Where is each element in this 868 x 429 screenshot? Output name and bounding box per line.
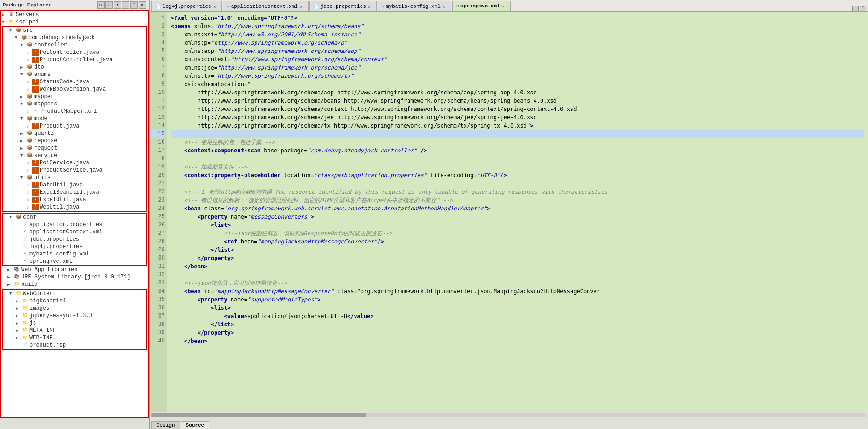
editor-maximize-btn[interactable]: □: [860, 6, 866, 11]
project-arrow: ▼: [2, 20, 7, 24]
model-arrow: ▼: [20, 116, 26, 121]
tab-app-context[interactable]: ✕ applicationContext.xml ✕: [223, 1, 309, 11]
tab-jdbc[interactable]: 📄 jdbc.properties ✕: [309, 1, 377, 11]
product-mapper-arrow: ▷: [27, 109, 32, 114]
minimize-icon[interactable]: —: [122, 1, 129, 9]
mapper-arrow: ▶: [20, 94, 26, 99]
web-inf-icon: 📁: [21, 335, 29, 341]
tree-poi-service[interactable]: ▷ J PoiService.java: [3, 159, 146, 167]
horizontal-scrollbar[interactable]: [150, 412, 868, 418]
tree-app-context-xml[interactable]: ✕ applicationContext.xml: [3, 228, 146, 236]
tree-workbook-version[interactable]: ▷ J WorkBookVersion.java: [3, 86, 146, 93]
design-tab[interactable]: Design: [151, 421, 180, 429]
log4j-tab-close[interactable]: ✕: [213, 4, 218, 9]
tree-excel-util[interactable]: ▷ J ExcelUtil.java: [3, 196, 146, 203]
tree-com-debug[interactable]: ▼ 📦 com.debug.steadyjack: [3, 34, 146, 41]
jdbc-tab-close[interactable]: ✕: [368, 4, 373, 9]
tree-images[interactable]: ▶ 📁 images: [3, 305, 146, 312]
code-line-22: <!-- 1、解决http响应406的错误 The resource ident…: [171, 188, 864, 196]
tree-dto[interactable]: ▶ 📦 dto: [3, 64, 146, 71]
code-line-6: xmlns:context="http://www.springframewor…: [171, 55, 864, 64]
tree-mapper[interactable]: ▶ 📦 mapper: [3, 93, 146, 100]
com-debug-label: com.debug.steadyjack: [29, 35, 95, 41]
tree-application-props[interactable]: 📄 application.properties: [3, 221, 146, 228]
tree-request[interactable]: ▶ 📦 request: [3, 145, 146, 152]
tree-poi-controller[interactable]: ▷ J PoiController.java: [3, 49, 146, 56]
project-label: ssm_poi: [16, 19, 39, 25]
tree-status-code[interactable]: ▷ J StatusCode.java: [3, 78, 146, 86]
highcharts4-label: highcharts4: [29, 298, 66, 304]
tree-web-inf[interactable]: ▶ 📁 WEB-INF: [3, 334, 146, 342]
design-tab-label: Design: [157, 423, 175, 428]
tree-servers[interactable]: ▶ 🖥 Servers: [1, 11, 148, 18]
tree-jdbc-props[interactable]: 📄 jdbc.properties: [3, 236, 146, 243]
tree-controller[interactable]: ▼ 📦 controller: [3, 41, 146, 49]
tree-highcharts4[interactable]: ▶ 📁 highcharts4: [3, 297, 146, 305]
tree-springmvc-xml[interactable]: ✕ springmvc.xml: [3, 258, 146, 265]
tree-build[interactable]: ▶ 📁 build: [1, 281, 148, 288]
tree-excel-bean-util[interactable]: ▷ J ExcelBeanUtil.java: [3, 189, 146, 196]
tree-date-util[interactable]: ▷ J DateUtil.java: [3, 181, 146, 189]
tree-product-mapper[interactable]: ▷ ✕ ProductMapper.xml: [3, 108, 146, 115]
code-line-7: xmlns:jee="http://www.springframework.or…: [171, 64, 864, 72]
code-editor-area[interactable]: 1234567891011121314151617181920212223242…: [150, 12, 868, 412]
link-with-editor-icon[interactable]: ↔: [105, 1, 113, 9]
excel-bean-util-icon: J: [32, 189, 39, 196]
tree-mybatis-config[interactable]: ✕ mybatis-config.xml: [3, 250, 146, 258]
service-icon: 📦: [26, 152, 33, 159]
app-context-tab-close[interactable]: ✕: [300, 4, 304, 9]
panel-title: Package Explorer: [3, 2, 52, 8]
tree-meta-inf[interactable]: ▶ 📁 META-INF: [3, 327, 146, 334]
code-line-16: <!-- 使用注解的包，包括子集 -->: [171, 138, 864, 146]
jre-system-lib-icon: 📚: [13, 274, 20, 280]
date-util-label: DateUtil.java: [40, 182, 83, 188]
product-jsp-label: product.jsp: [29, 342, 66, 348]
log4j-props-label: log4j.properties: [29, 243, 82, 250]
tree-jquery-easyui[interactable]: ▶ 📁 jquery-easyui-1.3.3: [3, 312, 146, 319]
collapse-all-icon[interactable]: ⊟: [97, 1, 105, 9]
product-mapper-label: ProductMapper.xml: [41, 108, 97, 115]
mybatis-tab-close[interactable]: ✕: [443, 4, 447, 9]
code-line-3: xmlns:xsi="http://www.w3.org/2001/XMLSch…: [171, 30, 864, 39]
tree-mappers[interactable]: ▼ 📦 mappers: [3, 100, 146, 108]
tree-web-util[interactable]: ▷ J WebUtil.java: [3, 203, 146, 211]
tree-web-app-libs[interactable]: ▶ 📚 Web App Libraries: [1, 266, 148, 273]
code-line-33: <!--json转化器，它可以将结果转化-->: [171, 279, 864, 287]
tree-product-controller[interactable]: ▷ J ProductController.java: [3, 56, 146, 64]
tree-service[interactable]: ▼ 📦 service: [3, 152, 146, 159]
tree-webcontent[interactable]: ▼ 📁 WebContent: [3, 290, 146, 297]
tree-model[interactable]: ▼ 📦 model: [3, 115, 146, 122]
tree-product-service[interactable]: ▷ J ProductService.java: [3, 167, 146, 174]
tree-enums[interactable]: ▼ 📦 enums: [3, 71, 146, 78]
images-arrow: ▶: [16, 306, 21, 311]
code-line-5: xmlns:aop="http://www.springframework.or…: [171, 47, 864, 55]
tree-reponse[interactable]: ▶ 📦 reponse: [3, 137, 146, 145]
product-java-label: Product.java: [40, 123, 79, 129]
tab-log4j[interactable]: 📄 log4j.properties ✕: [151, 1, 222, 11]
tab-mybatis[interactable]: ✕ mybatis-config.xml ✕: [378, 1, 451, 11]
status-code-icon: J: [32, 79, 39, 85]
code-content[interactable]: <?xml version="1.0" encoding="UTF-8"?><b…: [167, 12, 868, 412]
tree-product-jsp[interactable]: 📄 product.jsp: [3, 342, 146, 349]
editor-minimize-btn[interactable]: —: [852, 6, 859, 11]
webcontent-label: WebContent: [23, 290, 56, 297]
view-menu-icon[interactable]: ▾: [114, 1, 121, 9]
tree-src[interactable]: ▼ 📦 src: [3, 27, 146, 34]
tab-springmvc[interactable]: ✕ springmvc.xml ✕: [452, 1, 511, 11]
tree-conf[interactable]: ▼ 📦 conf: [3, 214, 146, 221]
tree-jre-system-lib[interactable]: ▶ 📚 JRE System Library [jre1.8.0_171]: [1, 273, 148, 281]
tree-log4j-props[interactable]: 📄 log4j.properties: [3, 243, 146, 250]
maximize-icon[interactable]: □: [130, 1, 138, 9]
tree-js[interactable]: ▶ 📁 js: [3, 319, 146, 327]
tree-product-java[interactable]: ▷ J Product.java: [3, 122, 146, 130]
utils-icon: 📦: [26, 174, 33, 181]
tree-project[interactable]: ▼ 📁 ssm_poi: [1, 18, 148, 26]
product-controller-arrow: ▷: [27, 58, 32, 63]
tree-quartz[interactable]: ▶ 📦 quartz: [3, 130, 146, 137]
springmvc-tab-close[interactable]: ✕: [502, 4, 507, 8]
tree-utils[interactable]: ▼ 📦 utils: [3, 174, 146, 181]
code-line-34: <bean id="mappingJacksonHttpMessageConve…: [171, 287, 864, 296]
source-tab[interactable]: Source: [181, 421, 210, 429]
date-util-arrow: ▷: [27, 183, 32, 188]
close-icon[interactable]: ✕: [139, 1, 146, 9]
